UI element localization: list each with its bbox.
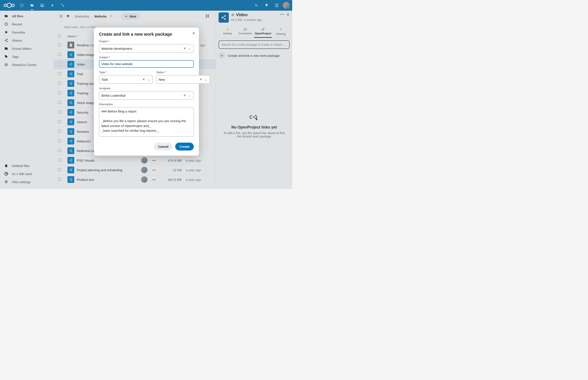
status-select[interactable]: ✕ ⌄	[156, 75, 210, 84]
label-project: Project *	[99, 40, 194, 43]
project-input[interactable]	[101, 47, 183, 50]
subject-field[interactable]	[99, 60, 194, 68]
description-field[interactable]	[99, 107, 194, 137]
chevron-down-icon[interactable]: ⌄	[188, 93, 191, 98]
type-select[interactable]: ✕ ⌄	[99, 75, 153, 84]
label-type: Type *	[99, 71, 153, 74]
clear-icon[interactable]: ✕	[199, 77, 203, 82]
label-assignee: Assignee	[99, 87, 194, 90]
close-icon[interactable]: ✕	[191, 31, 196, 36]
assignee-input[interactable]	[101, 94, 183, 97]
project-select[interactable]: ✕ ⌄	[99, 44, 194, 53]
chevron-down-icon[interactable]: ⌄	[188, 46, 191, 51]
create-button[interactable]: Create	[175, 143, 194, 151]
label-subject: Subject *	[99, 56, 194, 59]
chevron-down-icon[interactable]: ⌄	[147, 77, 150, 82]
assignee-select[interactable]: ✕ ⌄	[99, 91, 194, 100]
subject-input[interactable]	[101, 62, 191, 66]
label-status: Status *	[156, 71, 210, 74]
create-wp-modal: ✕ Create and link a new work package Pro…	[94, 28, 199, 156]
clear-icon[interactable]: ✕	[142, 77, 146, 82]
status-input[interactable]	[159, 78, 199, 81]
cancel-button[interactable]: Cancel	[154, 143, 173, 151]
label-description: Description	[99, 103, 194, 106]
clear-icon[interactable]: ✕	[183, 46, 186, 51]
description-textarea[interactable]	[101, 109, 191, 135]
modal-title: Create and link a new work package	[99, 32, 194, 37]
chevron-down-icon[interactable]: ⌄	[204, 77, 208, 82]
type-input[interactable]	[101, 78, 142, 81]
clear-icon[interactable]: ✕	[183, 93, 186, 98]
